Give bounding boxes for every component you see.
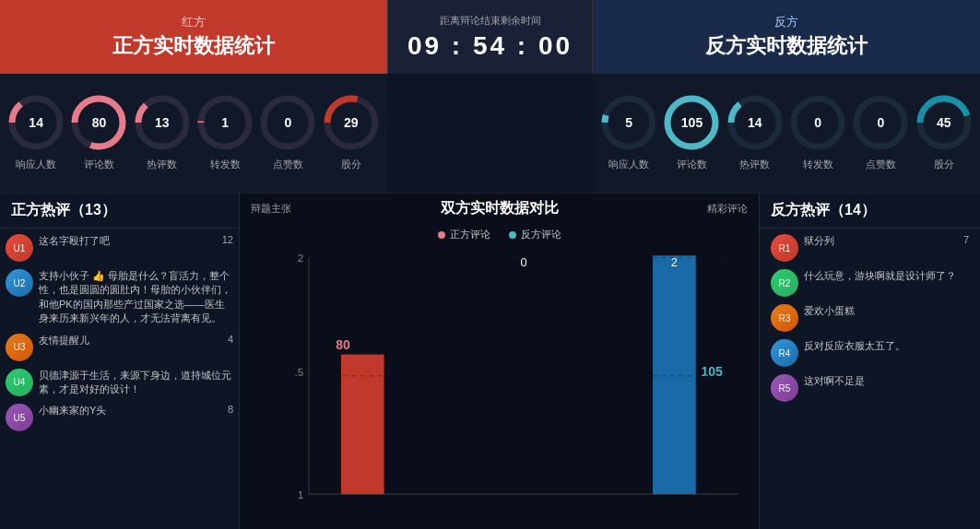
comment-text: 这名字殴打了吧 bbox=[39, 234, 217, 248]
donut-value: 5 bbox=[625, 115, 632, 130]
right-team-label: 反方 bbox=[774, 14, 798, 30]
stat-label: 评论数 bbox=[677, 158, 707, 171]
legend-right-label: 反方评论 bbox=[521, 228, 561, 241]
chart-left-label: 辩题主张 bbox=[251, 202, 291, 216]
donut-chart: 0 bbox=[260, 95, 315, 150]
svg-text:80: 80 bbox=[336, 337, 350, 352]
comment-text: 小幽来家的Y头 bbox=[39, 404, 222, 417]
left-stat-item: 1 转发数 bbox=[197, 95, 253, 171]
right-comment-list: R1 狱分列 7 R2 什么玩意，游块啊就是设计师了？ R3 爱欢小蛋糕 R4 … bbox=[760, 229, 980, 529]
donut-chart: 29 bbox=[324, 95, 379, 150]
right-panel-header: 反方热评（14） bbox=[760, 194, 980, 229]
comment-text: 贝德津源于生活，来源下身边，道持城位元素，才是对好的设计！ bbox=[39, 369, 233, 397]
countdown-timer: 09 : 54 : 00 bbox=[407, 31, 573, 61]
donut-value: 29 bbox=[344, 115, 359, 130]
donut-chart: 5 bbox=[601, 95, 656, 150]
comment-text: 支持小伙子 👍 母胎是什么？盲活力，整个性，也是圆圆的圆肚内！母胎的小伙伴们，和… bbox=[39, 269, 233, 326]
svg-text:2: 2 bbox=[298, 252, 303, 264]
chart-area: 2 .5 1 80 105 0 2 bbox=[240, 245, 759, 529]
left-team-label: 红方 bbox=[182, 14, 206, 30]
main-content: 正方热评（13） U1 这名字殴打了吧 12 U2 支持小伙子 👍 母胎是什么？… bbox=[0, 194, 980, 529]
avatar: R3 bbox=[771, 304, 798, 332]
svg-text:.5: .5 bbox=[294, 366, 303, 378]
right-comment-item: R1 狱分列 7 bbox=[765, 234, 974, 262]
comment-text: 反对反应衣服太五了。 bbox=[804, 339, 969, 353]
donut-value: 14 bbox=[29, 115, 43, 130]
left-stat-item: 80 评论数 bbox=[71, 95, 126, 171]
chart-header: 辩题主张 双方实时数据对比 精彩评论 bbox=[240, 194, 759, 224]
left-panel-header: 正方热评（13） bbox=[0, 194, 239, 229]
stat-label: 响应人数 bbox=[16, 158, 56, 171]
chart-title: 双方实时数据对比 bbox=[291, 199, 707, 218]
right-comment-item: R5 这对啊不足是 bbox=[765, 374, 974, 402]
donut-chart: 0 bbox=[853, 95, 908, 150]
right-stat-item: 0 点赞数 bbox=[853, 95, 908, 171]
left-team-header: 红方 正方实时数据统计 bbox=[0, 0, 387, 74]
left-stat-item: 0 点赞数 bbox=[260, 95, 315, 171]
svg-text:105: 105 bbox=[702, 364, 724, 379]
stat-label: 点赞数 bbox=[866, 158, 896, 171]
comment-text: 什么玩意，游块啊就是设计师了？ bbox=[804, 269, 969, 283]
avatar: R4 bbox=[771, 339, 798, 367]
left-stat-item: 29 股分 bbox=[324, 95, 379, 171]
left-comments-panel: 正方热评（13） U1 这名字殴打了吧 12 U2 支持小伙子 👍 母胎是什么？… bbox=[0, 194, 240, 529]
right-comment-item: R3 爱欢小蛋糕 bbox=[765, 304, 974, 332]
legend-left-label: 正方评论 bbox=[450, 228, 490, 241]
chart-legend: 正方评论 反方评论 bbox=[240, 224, 759, 245]
stat-label: 股分 bbox=[934, 158, 954, 171]
svg-text:1: 1 bbox=[298, 488, 303, 500]
svg-text:0: 0 bbox=[521, 255, 527, 269]
comment-count: 7 bbox=[963, 234, 969, 245]
left-stat-item: 14 响应人数 bbox=[8, 95, 64, 171]
right-stat-item: 105 评论数 bbox=[664, 95, 719, 171]
left-comment-list: U1 这名字殴打了吧 12 U2 支持小伙子 👍 母胎是什么？盲活力，整个性，也… bbox=[0, 229, 239, 529]
donut-value: 105 bbox=[681, 115, 703, 130]
bar-chart-svg: 2 .5 1 80 105 0 2 bbox=[277, 245, 750, 528]
legend-left-dot bbox=[438, 231, 445, 239]
donut-chart: 105 bbox=[664, 95, 719, 150]
stat-label: 转发数 bbox=[803, 158, 833, 171]
timer-label: 距离辩论结束剩余时间 bbox=[440, 14, 541, 28]
donut-chart: 14 bbox=[727, 95, 783, 150]
donut-value: 13 bbox=[155, 115, 170, 130]
avatar: U2 bbox=[6, 269, 33, 297]
header: 红方 正方实时数据统计 距离辩论结束剩余时间 09 : 54 : 00 反方 反… bbox=[0, 0, 980, 74]
right-comment-item: R2 什么玩意，游块啊就是设计师了？ bbox=[765, 269, 974, 297]
donut-chart: 80 bbox=[71, 95, 126, 150]
stat-label: 热评数 bbox=[147, 158, 177, 171]
stat-label: 评论数 bbox=[84, 158, 114, 171]
comment-text: 爱欢小蛋糕 bbox=[804, 304, 969, 318]
stats-divider bbox=[387, 74, 593, 193]
comment-item: U5 小幽来家的Y头 8 bbox=[6, 404, 233, 431]
bar-right bbox=[653, 255, 696, 494]
donut-value: 1 bbox=[221, 115, 229, 130]
comment-item: U3 友情提醒儿 4 bbox=[6, 334, 233, 361]
donut-value: 0 bbox=[878, 115, 885, 130]
legend-right: 反方评论 bbox=[509, 228, 561, 241]
donut-value: 45 bbox=[937, 115, 951, 130]
donut-chart: 0 bbox=[790, 95, 845, 150]
chart-right-label: 精彩评论 bbox=[707, 202, 748, 216]
stat-label: 响应人数 bbox=[608, 158, 649, 171]
avatar: U5 bbox=[6, 404, 33, 431]
comment-item: U4 贝德津源于生活，来源下身边，道持城位元素，才是对好的设计！ bbox=[6, 369, 233, 397]
comment-count: 12 bbox=[222, 234, 233, 245]
svg-text:2: 2 bbox=[671, 255, 678, 269]
right-stat-item: 0 转发数 bbox=[790, 95, 845, 171]
right-stat-item: 14 热评数 bbox=[727, 95, 783, 171]
donut-value: 0 bbox=[285, 115, 292, 130]
right-team-header: 反方 反方实时数据统计 bbox=[593, 0, 980, 74]
right-comment-item: R4 反对反应衣服太五了。 bbox=[765, 339, 974, 367]
comment-item: U1 这名字殴打了吧 12 bbox=[6, 234, 233, 262]
stat-label: 热评数 bbox=[739, 158, 770, 171]
avatar: U1 bbox=[6, 234, 33, 262]
stat-label: 转发数 bbox=[210, 158, 241, 171]
right-stats: 5 响应人数 105 评论数 14 热评数 bbox=[593, 74, 980, 193]
stats-row: 14 响应人数 80 评论数 13 热评数 bbox=[0, 74, 980, 194]
stat-label: 股分 bbox=[341, 158, 361, 171]
right-stat-item: 45 股分 bbox=[916, 95, 972, 171]
right-team-title: 反方实时数据统计 bbox=[705, 32, 868, 60]
donut-chart: 1 bbox=[197, 95, 253, 150]
right-stat-item: 5 响应人数 bbox=[601, 95, 656, 171]
comment-text: 狱分列 bbox=[804, 234, 958, 248]
